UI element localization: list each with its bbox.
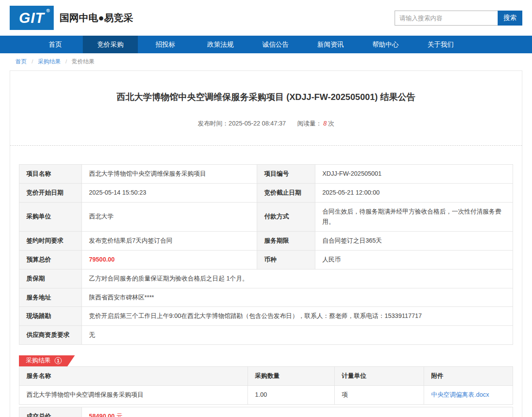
detail-value: XDJJ-FW-202505001 — [315, 165, 513, 184]
budget-total-value: 79500.00 — [82, 250, 257, 269]
breadcrumb-current: 竞价结果 — [72, 58, 95, 65]
detail-label: 竞价截止日期 — [257, 183, 315, 202]
publish-time-value: 2025-05-22 08:47:37 — [229, 120, 286, 127]
breadcrumb: 首页 / 采购结果 / 竞价结果 — [0, 53, 532, 70]
result-badge-label: 采购结果 — [26, 357, 51, 365]
table-row: 项目名称 西北大学博物馆中央空调维保服务采购项目 项目编号 XDJJ-FW-20… — [19, 165, 513, 184]
attachment-link[interactable]: 中央空调偏离表.docx — [431, 391, 489, 398]
table-row: 成交总价 58490.00 元 — [19, 407, 513, 417]
table-row: 供应商资质要求 无 — [19, 326, 513, 345]
table-row: 质保期 乙方对合同服务的质量保证期为验收合格后之日起 1个月。 — [19, 269, 513, 288]
views-count: 8 — [323, 120, 327, 127]
detail-label: 服务期限 — [257, 232, 315, 251]
main-nav: 首页 竞价采购 招投标 政策法规 诚信公告 新闻资讯 帮助中心 关于我们 — [0, 36, 532, 53]
column-header-quantity: 采购数量 — [248, 366, 335, 385]
detail-label: 付款方式 — [257, 202, 315, 232]
site-title: 国网中电●易竞采 — [59, 11, 133, 25]
detail-label: 服务地址 — [19, 288, 82, 307]
breadcrumb-procurement-results[interactable]: 采购结果 — [38, 58, 61, 65]
column-header-unit: 计量单位 — [335, 366, 424, 385]
article-meta: 发布时间：2025-05-22 08:47:37阅读量：8次 — [19, 120, 513, 128]
table-row: 服务地址 陕西省西安市碑林区**** — [19, 288, 513, 307]
breadcrumb-separator: / — [66, 58, 67, 65]
procurement-result-badge: 采购结果 1 — [19, 355, 75, 366]
detail-value: 无 — [82, 326, 513, 345]
nav-item-tenders[interactable]: 招投标 — [138, 36, 193, 53]
publish-time-label: 发布时间： — [198, 120, 229, 127]
views-suffix: 次 — [328, 120, 334, 127]
detail-value: 陕西省西安市碑林区**** — [82, 288, 513, 307]
table-row: 西北大学博物馆中央空调维保服务采购项目 1.00 项 中央空调偏离表.docx — [19, 385, 513, 404]
detail-value: 2025-05-14 15:50:23 — [82, 183, 257, 202]
logo-text: GIT® — [19, 10, 44, 26]
detail-label: 签约时间要求 — [19, 232, 82, 251]
search-button[interactable]: 搜索 — [498, 11, 522, 26]
detail-label: 竞价开始日期 — [19, 183, 82, 202]
announcement-card: 西北大学博物馆中央空调维保服务采购项目 (XDJJ-FW-202505001) … — [10, 70, 522, 417]
unit-cell: 项 — [335, 385, 424, 404]
detail-label: 币种 — [257, 250, 315, 269]
detail-value: 2025-05-21 12:00:00 — [315, 183, 513, 202]
nav-item-news[interactable]: 新闻资讯 — [303, 36, 358, 53]
breadcrumb-separator: / — [32, 58, 33, 65]
nav-item-policies[interactable]: 政策法规 — [193, 36, 248, 53]
views-label: 阅读量： — [297, 120, 322, 127]
detail-value: 西北大学 — [82, 202, 257, 232]
detail-value: 自合同签订之日365天 — [315, 232, 513, 251]
table-row: 预算总价 79500.00 币种 人民币 — [19, 250, 513, 269]
detail-value: 乙方对合同服务的质量保证期为验收合格后之日起 1个月。 — [82, 269, 513, 288]
git-logo[interactable]: GIT® — [10, 6, 54, 30]
divider — [10, 145, 522, 146]
detail-value: 发布竞价结果后7天内签订合同 — [82, 232, 257, 251]
detail-value: 人民币 — [315, 250, 513, 269]
nav-item-bidding-procurement[interactable]: 竞价采购 — [83, 36, 138, 53]
service-name-cell: 西北大学博物馆中央空调维保服务采购项目 — [19, 385, 248, 404]
detail-label: 现场踏勘 — [19, 307, 82, 326]
nav-item-about-us[interactable]: 关于我们 — [413, 36, 468, 53]
deal-price-label: 成交总价 — [19, 407, 82, 417]
breadcrumb-home[interactable]: 首页 — [15, 58, 27, 65]
page-title: 西北大学博物馆中央空调维保服务采购项目 (XDJJ-FW-202505001) … — [19, 91, 513, 103]
table-row: 签约时间要求 发布竞价结果后7天内签订合同 服务期限 自合同签订之日365天 — [19, 232, 513, 251]
table-row: 竞价开始日期 2025-05-14 15:50:23 竞价截止日期 2025-0… — [19, 183, 513, 202]
detail-label: 项目编号 — [257, 165, 315, 184]
table-row: 现场踏勘 竞价开启后第三个工作日上午9:00在西北大学博物馆踏勘（包含公告发布日… — [19, 307, 513, 326]
registered-trademark-icon: ® — [46, 8, 50, 13]
project-details-table: 项目名称 西北大学博物馆中央空调维保服务采购项目 项目编号 XDJJ-FW-20… — [19, 164, 513, 345]
detail-value: 西北大学博物馆中央空调维保服务采购项目 — [82, 165, 257, 184]
nav-item-help-center[interactable]: 帮助中心 — [358, 36, 413, 53]
procurement-result-table: 服务名称 采购数量 计量单位 附件 西北大学博物馆中央空调维保服务采购项目 1.… — [19, 366, 513, 405]
detail-label: 预算总价 — [19, 250, 82, 269]
table-row: 采购单位 西北大学 付款方式 合同生效后，待服务期满并经甲方验收合格后，一次性付… — [19, 202, 513, 232]
quantity-cell: 1.00 — [248, 385, 335, 404]
detail-label: 供应商资质要求 — [19, 326, 82, 345]
detail-label: 项目名称 — [19, 165, 82, 184]
detail-value: 合同生效后，待服务期满并经甲方验收合格后，一次性付清服务费用。 — [315, 202, 513, 232]
detail-label: 质保期 — [19, 269, 82, 288]
search-box: 搜索 — [395, 11, 522, 26]
result-count-badge: 1 — [55, 357, 62, 364]
column-header-service-name: 服务名称 — [19, 366, 248, 385]
deal-summary-table: 成交总价 58490.00 元 成交供应商 西安柏宇环境科技有限公司 质保及售后… — [19, 407, 513, 417]
table-header-row: 服务名称 采购数量 计量单位 附件 — [19, 366, 513, 385]
page-header: GIT® 国网中电●易竞采 搜索 — [0, 0, 532, 36]
column-header-attachment: 附件 — [424, 366, 513, 385]
detail-label: 采购单位 — [19, 202, 82, 232]
nav-item-integrity-notices[interactable]: 诚信公告 — [248, 36, 303, 53]
detail-value: 竞价开启后第三个工作日上午9:00在西北大学博物馆踏勘（包含公告发布日），联系人… — [82, 307, 513, 326]
deal-price-value: 58490.00 元 — [82, 407, 513, 417]
search-input[interactable] — [395, 11, 498, 26]
nav-item-home[interactable]: 首页 — [28, 36, 83, 53]
